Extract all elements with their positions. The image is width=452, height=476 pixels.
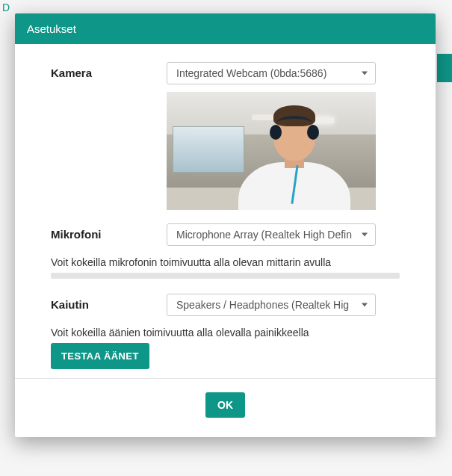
microphone-label: Mikrofoni [51,223,167,241]
microphone-info: Voit kokeilla mikrofonin toimivuutta all… [51,256,400,268]
modal-title: Asetukset [15,13,436,44]
chevron-down-icon [362,72,368,75]
bg-letter: D [2,1,10,13]
speaker-select[interactable]: Speakers / Headphones (Realtek Hig [167,294,376,316]
camera-preview [167,92,376,210]
microphone-select-value: Microphone Array (Realtek High Defin [176,229,352,241]
camera-label: Kamera [51,62,167,79]
settings-modal: Asetukset Kamera Integrated Webcam (0bda… [15,13,436,437]
speaker-info: Voit kokeilla äänien toimivuutta alla ol… [51,327,400,339]
speaker-row: Kaiutin Speakers / Headphones (Realtek H… [51,294,400,316]
chevron-down-icon [362,233,368,237]
speaker-control: Speakers / Headphones (Realtek Hig [167,294,400,316]
camera-select-value: Integrated Webcam (0bda:5686) [176,67,326,79]
ok-button[interactable]: OK [205,392,245,418]
modal-footer: OK [15,378,436,437]
microphone-level-meter [51,273,400,279]
bg-side-accent [437,54,452,82]
chevron-down-icon [362,303,368,307]
microphone-select[interactable]: Microphone Array (Realtek High Defin [167,223,376,246]
speaker-select-value: Speakers / Headphones (Realtek Hig [176,299,349,311]
camera-control: Integrated Webcam (0bda:5686) [167,62,400,210]
speaker-label: Kaiutin [51,294,167,311]
camera-select[interactable]: Integrated Webcam (0bda:5686) [167,62,376,84]
microphone-control: Microphone Array (Realtek High Defin [167,223,400,246]
test-sound-button[interactable]: TESTAA ÄÄNET [51,343,149,369]
camera-row: Kamera Integrated Webcam (0bda:5686) [51,62,400,210]
microphone-row: Mikrofoni Microphone Array (Realtek High… [51,223,400,246]
modal-body: Kamera Integrated Webcam (0bda:5686) [15,44,436,378]
